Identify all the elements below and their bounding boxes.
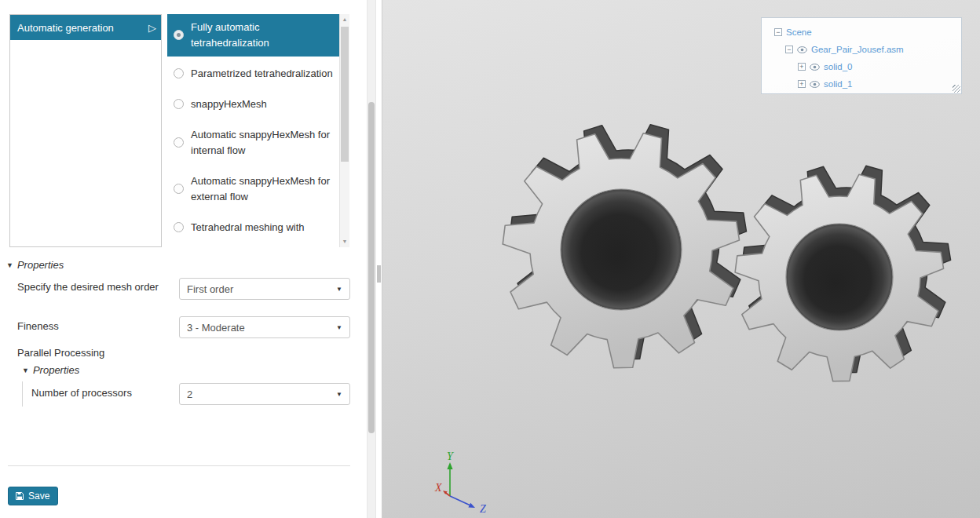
mesh-option[interactable]: Tetrahedral meshing with <box>167 214 339 241</box>
scroll-down-icon[interactable]: ▼ <box>340 236 349 247</box>
mesh-option[interactable]: Fully automatic tetrahedralization <box>167 14 339 57</box>
mesh-option[interactable]: Parametrized tetrahedralization <box>167 60 339 87</box>
solid0-label: solid_0 <box>824 62 852 71</box>
mesh-generator-item[interactable]: Automatic generation ▷ <box>10 15 161 40</box>
radio-icon[interactable] <box>174 99 184 109</box>
y-axis-label: Y <box>447 451 455 462</box>
visibility-eye-icon[interactable] <box>797 46 807 53</box>
mesh-option-label: Automatic snappyHexMesh for internal flo… <box>191 129 330 156</box>
processors-label: Number of processors <box>31 385 132 400</box>
mesh-option-label: Fully automatic tetrahedralization <box>191 21 269 49</box>
settings-panel: Automatic generation ▷ Fully automatic t… <box>0 0 367 518</box>
viewport-scrollbar-thumb[interactable] <box>377 265 381 283</box>
divider <box>8 465 350 466</box>
visibility-eye-icon[interactable] <box>810 81 820 88</box>
radio-icon[interactable] <box>174 184 184 194</box>
z-axis-label: Z <box>480 503 486 515</box>
collapse-triangle-icon: ▼ <box>22 367 29 374</box>
radio-selected-icon[interactable] <box>174 30 184 40</box>
mesh-order-label: Specify the desired mesh order <box>17 279 159 294</box>
mesh-option[interactable]: Automatic snappyHexMesh for internal flo… <box>167 122 339 164</box>
fineness-label: Fineness <box>17 319 59 334</box>
chevron-down-icon: ▼ <box>336 391 342 398</box>
mesh-order-select[interactable]: First order ▼ <box>179 278 350 300</box>
gear2-bore <box>786 224 893 330</box>
expand-icon[interactable]: + <box>798 80 806 88</box>
panel-scrollbar[interactable] <box>367 0 376 518</box>
panel-scrollbar-thumb[interactable] <box>368 102 375 433</box>
collapse-triangle-icon: ▼ <box>6 261 13 269</box>
processors-value: 2 <box>187 388 192 400</box>
fineness-select[interactable]: 3 - Moderate ▼ <box>179 316 350 338</box>
mesh-generator-label: Automatic generation <box>17 22 114 34</box>
collapse-icon[interactable]: − <box>774 28 782 36</box>
chevron-down-icon: ▼ <box>336 324 342 331</box>
options-scrollbar-thumb[interactable] <box>341 27 349 162</box>
expand-icon[interactable]: + <box>798 63 806 71</box>
scroll-up-icon[interactable]: ▲ <box>340 14 349 25</box>
visibility-eye-icon[interactable] <box>810 64 820 71</box>
solid1-label: solid_1 <box>824 79 852 89</box>
mesh-option[interactable]: snappyHexMesh <box>167 91 339 118</box>
radio-icon[interactable] <box>174 68 184 78</box>
tree-node-assembly[interactable]: − Gear_Pair_Jousef.asm <box>785 41 961 58</box>
x-axis-label: X <box>434 482 442 494</box>
parallel-properties-header[interactable]: ▼Properties <box>22 364 79 376</box>
properties-header[interactable]: ▼Properties <box>6 259 64 271</box>
mesh-option-label: Parametrized tetrahedralization <box>191 67 333 79</box>
play-icon: ▷ <box>148 23 156 33</box>
axes-triad: Y Z X <box>414 451 516 518</box>
3d-viewport[interactable]: − Scene − Gear_Pair_Jousef.asm + solid_0 <box>382 0 980 518</box>
save-icon <box>15 491 24 501</box>
assembly-label: Gear_Pair_Jousef.asm <box>811 45 904 54</box>
scene-tree-panel: − Scene − Gear_Pair_Jousef.asm + solid_0 <box>761 17 962 94</box>
parallel-processing-label: Parallel Processing <box>17 345 104 360</box>
radio-icon[interactable] <box>174 137 184 148</box>
options-scrollbar[interactable]: ▲ ▼ <box>339 14 349 247</box>
mesh-option-label: Tetrahedral meshing with <box>191 221 305 233</box>
save-button-label: Save <box>28 491 49 502</box>
fineness-value: 3 - Moderate <box>187 322 245 334</box>
save-button[interactable]: Save <box>8 487 58 505</box>
tree-node-solid1[interactable]: + solid_1 <box>798 75 961 93</box>
processors-select[interactable]: 2 ▼ <box>179 383 350 405</box>
gear1-bore <box>561 189 682 310</box>
collapse-icon[interactable]: − <box>785 46 793 53</box>
chevron-down-icon: ▼ <box>336 286 342 293</box>
mesh-option-label: Automatic snappyHexMesh for external flo… <box>191 175 330 202</box>
indent-guide <box>22 381 23 407</box>
radio-icon[interactable] <box>174 222 184 232</box>
tree-node-solid0[interactable]: + solid_0 <box>798 58 961 75</box>
mesh-option[interactable]: Automatic snappyHexMesh for external flo… <box>167 168 339 210</box>
panel-resize-handle[interactable] <box>953 85 960 93</box>
scene-label: Scene <box>786 27 812 37</box>
mesh-type-list: Fully automatic tetrahedralization Param… <box>167 14 349 247</box>
tree-node-scene[interactable]: − Scene <box>774 24 961 41</box>
mesh-order-value: First order <box>187 283 233 295</box>
mesh-option-label: snappyHexMesh <box>191 98 267 110</box>
mesh-generator-list: Automatic generation ▷ <box>9 14 162 247</box>
